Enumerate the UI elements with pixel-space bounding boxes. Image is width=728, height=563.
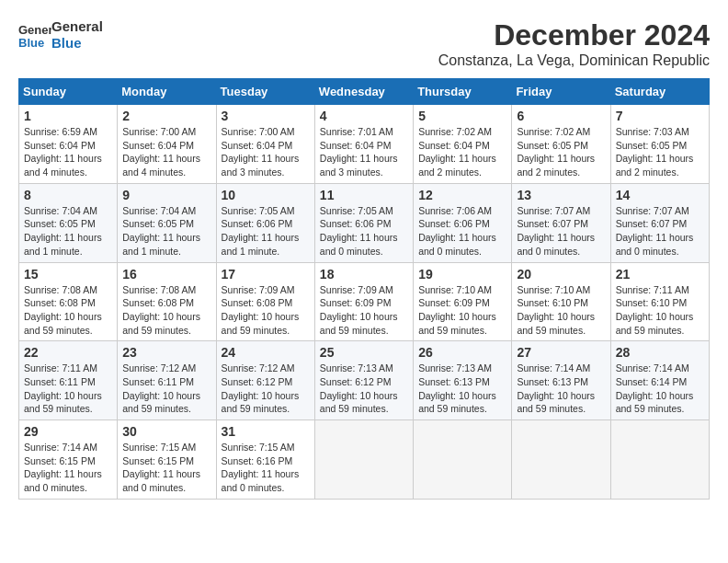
day-cell: 15Sunrise: 7:08 AMSunset: 6:08 PMDayligh… [19, 262, 118, 341]
day-info: Sunrise: 7:10 AMSunset: 6:10 PMDaylight:… [517, 283, 605, 338]
day-cell: 3Sunrise: 7:00 AMSunset: 6:04 PMDaylight… [216, 105, 314, 184]
day-info: Sunrise: 7:10 AMSunset: 6:09 PMDaylight:… [418, 283, 506, 338]
day-cell: 26Sunrise: 7:13 AMSunset: 6:13 PMDayligh… [414, 341, 512, 420]
location-title: Constanza, La Vega, Dominican Republic [438, 52, 710, 69]
day-info: Sunrise: 7:08 AMSunset: 6:08 PMDaylight:… [24, 283, 112, 338]
day-number: 26 [418, 345, 506, 360]
day-cell: 6Sunrise: 7:02 AMSunset: 6:05 PMDaylight… [512, 105, 610, 184]
day-info: Sunrise: 7:12 AMSunset: 6:11 PMDaylight:… [122, 362, 210, 416]
day-info: Sunrise: 7:14 AMSunset: 6:15 PMDaylight:… [24, 441, 112, 495]
day-info: Sunrise: 7:13 AMSunset: 6:13 PMDaylight:… [418, 362, 506, 416]
day-cell: 17Sunrise: 7:09 AMSunset: 6:08 PMDayligh… [216, 262, 314, 341]
month-title: December 2024 [438, 18, 710, 52]
day-cell: 11Sunrise: 7:05 AMSunset: 6:06 PMDayligh… [314, 183, 413, 262]
day-info: Sunrise: 7:04 AMSunset: 6:05 PMDaylight:… [24, 204, 112, 259]
day-cell: 13Sunrise: 7:07 AMSunset: 6:07 PMDayligh… [512, 183, 610, 262]
logo: General Blue General Blue [18, 18, 103, 52]
day-cell: 8Sunrise: 7:04 AMSunset: 6:05 PMDaylight… [19, 183, 118, 262]
day-cell: 24Sunrise: 7:12 AMSunset: 6:12 PMDayligh… [216, 341, 314, 420]
day-cell: 10Sunrise: 7:05 AMSunset: 6:06 PMDayligh… [216, 183, 314, 262]
weekday-header-tuesday: Tuesday [216, 79, 314, 105]
day-info: Sunrise: 7:07 AMSunset: 6:07 PMDaylight:… [616, 204, 704, 259]
svg-text:General: General [18, 23, 51, 37]
calendar: SundayMondayTuesdayWednesdayThursdayFrid… [18, 78, 710, 500]
day-number: 17 [222, 267, 310, 282]
day-info: Sunrise: 7:12 AMSunset: 6:12 PMDaylight:… [222, 362, 310, 416]
day-cell: 28Sunrise: 7:14 AMSunset: 6:14 PMDayligh… [610, 341, 709, 420]
day-cell: 9Sunrise: 7:04 AMSunset: 6:05 PMDaylight… [118, 183, 216, 262]
weekday-header-monday: Monday [118, 79, 216, 105]
weekday-header-sunday: Sunday [19, 79, 118, 105]
week-row-1: 1Sunrise: 6:59 AMSunset: 6:04 PMDaylight… [19, 105, 710, 184]
weekday-header-saturday: Saturday [610, 79, 709, 105]
day-info: Sunrise: 7:14 AMSunset: 6:13 PMDaylight:… [517, 362, 605, 416]
day-number: 14 [616, 188, 704, 202]
day-cell: 14Sunrise: 7:07 AMSunset: 6:07 PMDayligh… [610, 183, 709, 262]
logo-icon: General Blue [18, 19, 51, 51]
day-cell: 4Sunrise: 7:01 AMSunset: 6:04 PMDaylight… [314, 105, 413, 184]
day-number: 15 [24, 267, 112, 282]
weekday-header-friday: Friday [512, 79, 610, 105]
day-info: Sunrise: 7:15 AMSunset: 6:16 PMDaylight:… [222, 441, 310, 495]
day-info: Sunrise: 7:09 AMSunset: 6:09 PMDaylight:… [320, 283, 408, 338]
day-number: 12 [418, 188, 506, 202]
day-number: 10 [222, 188, 310, 202]
day-info: Sunrise: 7:05 AMSunset: 6:06 PMDaylight:… [222, 204, 310, 259]
day-info: Sunrise: 7:00 AMSunset: 6:04 PMDaylight:… [122, 125, 210, 179]
day-info: Sunrise: 7:14 AMSunset: 6:14 PMDaylight:… [616, 362, 704, 416]
day-cell: 19Sunrise: 7:10 AMSunset: 6:09 PMDayligh… [414, 262, 512, 341]
day-cell: 30Sunrise: 7:15 AMSunset: 6:15 PMDayligh… [118, 420, 216, 500]
day-info: Sunrise: 6:59 AMSunset: 6:04 PMDaylight:… [24, 125, 112, 179]
day-info: Sunrise: 7:02 AMSunset: 6:04 PMDaylight:… [418, 125, 506, 179]
day-cell: 31Sunrise: 7:15 AMSunset: 6:16 PMDayligh… [216, 420, 314, 500]
day-number: 7 [616, 109, 704, 123]
day-cell: 16Sunrise: 7:08 AMSunset: 6:08 PMDayligh… [118, 262, 216, 341]
day-info: Sunrise: 7:06 AMSunset: 6:06 PMDaylight:… [418, 204, 506, 259]
day-cell [314, 420, 413, 500]
day-cell: 25Sunrise: 7:13 AMSunset: 6:12 PMDayligh… [314, 341, 413, 420]
title-area: December 2024 Constanza, La Vega, Domini… [438, 18, 710, 69]
weekday-header-wednesday: Wednesday [314, 79, 413, 105]
day-info: Sunrise: 7:07 AMSunset: 6:07 PMDaylight:… [517, 204, 605, 259]
day-number: 21 [616, 267, 704, 282]
day-number: 19 [418, 267, 506, 282]
day-number: 2 [122, 109, 210, 123]
week-row-2: 8Sunrise: 7:04 AMSunset: 6:05 PMDaylight… [19, 183, 710, 262]
day-number: 29 [24, 424, 112, 439]
day-cell [414, 420, 512, 500]
day-info: Sunrise: 7:13 AMSunset: 6:12 PMDaylight:… [320, 362, 408, 416]
day-info: Sunrise: 7:04 AMSunset: 6:05 PMDaylight:… [122, 204, 210, 259]
day-number: 6 [517, 109, 605, 123]
day-number: 31 [222, 424, 310, 439]
day-cell [610, 420, 709, 500]
day-number: 11 [320, 188, 408, 202]
day-cell: 5Sunrise: 7:02 AMSunset: 6:04 PMDaylight… [414, 105, 512, 184]
day-info: Sunrise: 7:08 AMSunset: 6:08 PMDaylight:… [122, 283, 210, 338]
day-info: Sunrise: 7:11 AMSunset: 6:10 PMDaylight:… [616, 283, 704, 338]
week-row-5: 29Sunrise: 7:14 AMSunset: 6:15 PMDayligh… [19, 420, 710, 500]
day-cell: 20Sunrise: 7:10 AMSunset: 6:10 PMDayligh… [512, 262, 610, 341]
day-info: Sunrise: 7:05 AMSunset: 6:06 PMDaylight:… [320, 204, 408, 259]
day-number: 27 [517, 345, 605, 360]
day-cell: 27Sunrise: 7:14 AMSunset: 6:13 PMDayligh… [512, 341, 610, 420]
weekday-header-row: SundayMondayTuesdayWednesdayThursdayFrid… [19, 79, 710, 105]
weekday-header-thursday: Thursday [414, 79, 512, 105]
svg-text:Blue: Blue [18, 36, 44, 50]
day-number: 16 [122, 267, 210, 282]
day-info: Sunrise: 7:02 AMSunset: 6:05 PMDaylight:… [517, 125, 605, 179]
day-number: 1 [24, 109, 112, 123]
day-number: 22 [24, 345, 112, 360]
week-row-3: 15Sunrise: 7:08 AMSunset: 6:08 PMDayligh… [19, 262, 710, 341]
day-number: 23 [122, 345, 210, 360]
day-info: Sunrise: 7:11 AMSunset: 6:11 PMDaylight:… [24, 362, 112, 416]
day-info: Sunrise: 7:01 AMSunset: 6:04 PMDaylight:… [320, 125, 408, 179]
day-cell: 2Sunrise: 7:00 AMSunset: 6:04 PMDaylight… [118, 105, 216, 184]
day-number: 20 [517, 267, 605, 282]
day-number: 18 [320, 267, 408, 282]
day-cell: 23Sunrise: 7:12 AMSunset: 6:11 PMDayligh… [118, 341, 216, 420]
day-number: 5 [418, 109, 506, 123]
day-number: 30 [122, 424, 210, 439]
day-number: 24 [222, 345, 310, 360]
day-number: 4 [320, 109, 408, 123]
logo-general: General [51, 18, 103, 35]
